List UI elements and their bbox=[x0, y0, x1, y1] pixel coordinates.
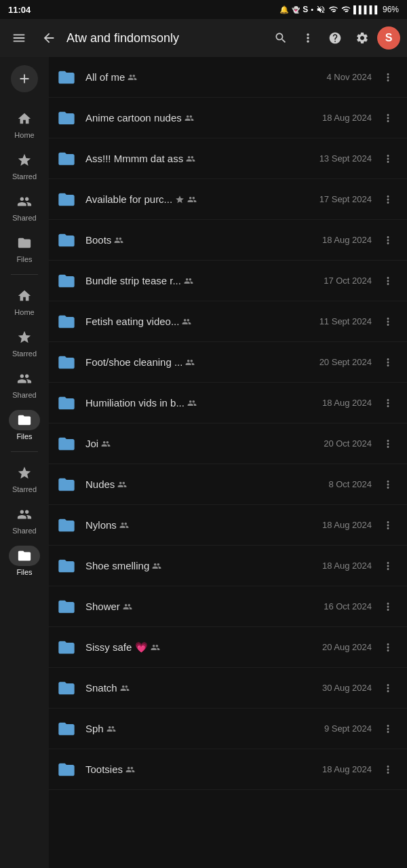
file-more-button[interactable] bbox=[377, 514, 399, 536]
file-list: All of me4 Nov 2024Anime cartoon nudes18… bbox=[49, 57, 407, 868]
file-more-button[interactable] bbox=[377, 107, 399, 129]
settings-button[interactable] bbox=[350, 26, 374, 50]
list-item[interactable]: Ass!!! Mmmm dat ass13 Sept 2024 bbox=[49, 138, 407, 179]
shared-badge-icon bbox=[106, 724, 116, 734]
sidebar-item-shared2[interactable]: Shared bbox=[0, 363, 49, 404]
file-more-button[interactable] bbox=[377, 67, 399, 88]
list-item[interactable]: Nylons18 Aug 2024 bbox=[49, 505, 407, 546]
list-item[interactable]: Fetish eating video...11 Sept 2024 bbox=[49, 301, 407, 342]
file-date: 18 Aug 2024 bbox=[304, 520, 372, 530]
list-item[interactable]: Anime cartoon nudes18 Aug 2024 bbox=[49, 98, 407, 138]
add-button[interactable] bbox=[11, 65, 38, 92]
list-item[interactable]: Nudes8 Oct 2024 bbox=[49, 464, 407, 505]
sidebar-item-files3[interactable]: Files bbox=[0, 540, 49, 582]
file-more-button[interactable] bbox=[377, 148, 399, 170]
sidebar-item-shared[interactable]: Shared bbox=[0, 186, 49, 227]
list-item[interactable]: Bundle strip tease r...17 Oct 2024 bbox=[49, 261, 407, 301]
sidebar-files2-label: Files bbox=[16, 432, 32, 440]
file-date: 4 Nov 2024 bbox=[304, 72, 372, 82]
file-name: Humiliation vids in b... bbox=[85, 397, 304, 409]
sidebar-files3-label: Files bbox=[16, 568, 32, 576]
file-more-button[interactable] bbox=[377, 270, 399, 292]
sidebar-item-shared3[interactable]: Shared bbox=[0, 499, 49, 540]
file-more-button[interactable] bbox=[377, 474, 399, 495]
file-more-button[interactable] bbox=[377, 718, 399, 740]
list-item[interactable]: Foot/shoe cleaning ...20 Sept 2024 bbox=[49, 342, 407, 383]
list-item[interactable]: Sissy safe 💗20 Aug 2024 bbox=[49, 627, 407, 668]
file-info: Boots bbox=[85, 234, 304, 246]
sidebar-item-files[interactable]: Files bbox=[0, 227, 49, 269]
file-info: Shoe smelling bbox=[85, 560, 304, 571]
folder-icon bbox=[57, 556, 76, 575]
list-item[interactable]: Tootsies18 Aug 2024 bbox=[49, 749, 407, 790]
file-more-button[interactable] bbox=[377, 637, 399, 658]
search-button[interactable] bbox=[269, 26, 293, 50]
file-more-button[interactable] bbox=[377, 677, 399, 699]
file-more-button[interactable] bbox=[377, 759, 399, 780]
signal-icon bbox=[341, 5, 351, 14]
star-badge-icon bbox=[175, 195, 185, 204]
sidebar-item-files2[interactable]: Files bbox=[0, 404, 49, 446]
list-item[interactable]: Boots18 Aug 2024 bbox=[49, 220, 407, 261]
folder-icon bbox=[57, 312, 76, 331]
list-item[interactable]: Sph9 Sept 2024 bbox=[49, 709, 407, 749]
file-name: Nudes bbox=[85, 478, 304, 490]
file-more-button[interactable] bbox=[377, 189, 399, 210]
list-item[interactable]: Humiliation vids in b...18 Aug 2024 bbox=[49, 383, 407, 423]
sidebar-divider-1 bbox=[11, 274, 38, 275]
page-title: Atw and findomsonly bbox=[66, 31, 263, 45]
sidebar-item-starred2[interactable]: Starred bbox=[0, 322, 49, 363]
file-more-button[interactable] bbox=[377, 352, 399, 373]
file-info: Snatch bbox=[85, 682, 304, 694]
file-name: Foot/shoe cleaning ... bbox=[85, 356, 304, 368]
file-date: 8 Oct 2024 bbox=[304, 479, 372, 489]
shared-badge-icon bbox=[151, 643, 160, 652]
file-more-button[interactable] bbox=[377, 555, 399, 577]
file-more-button[interactable] bbox=[377, 311, 399, 333]
sidebar-item-starred[interactable]: Starred bbox=[0, 145, 49, 186]
file-date: 18 Aug 2024 bbox=[304, 561, 372, 571]
folder-icon bbox=[57, 271, 76, 290]
shared-badge-icon bbox=[184, 276, 193, 286]
list-item[interactable]: Joi20 Oct 2024 bbox=[49, 423, 407, 464]
sidebar-item-home2[interactable]: Home bbox=[0, 280, 49, 322]
list-item[interactable]: Snatch30 Aug 2024 bbox=[49, 668, 407, 709]
file-name: Snatch bbox=[85, 682, 304, 694]
shared-badge-icon bbox=[123, 602, 132, 611]
list-item[interactable]: Shoe smelling18 Aug 2024 bbox=[49, 546, 407, 586]
shared-badge-icon bbox=[152, 561, 161, 571]
shared2-icon-wrap bbox=[9, 369, 40, 389]
sidebar-shared3-label: Shared bbox=[12, 527, 36, 535]
list-item[interactable]: Shower16 Oct 2024 bbox=[49, 586, 407, 627]
list-item[interactable]: Available for purc...17 Sept 2024 bbox=[49, 179, 407, 220]
file-more-button[interactable] bbox=[377, 392, 399, 414]
file-name: Anime cartoon nudes bbox=[85, 112, 304, 124]
files2-icon-wrap bbox=[9, 410, 40, 430]
folder-icon bbox=[57, 475, 76, 494]
file-info: Sissy safe 💗 bbox=[85, 641, 304, 654]
menu-button[interactable] bbox=[7, 26, 31, 50]
list-item[interactable]: All of me4 Nov 2024 bbox=[49, 57, 407, 98]
file-more-button[interactable] bbox=[377, 596, 399, 618]
shared-icon-wrap bbox=[9, 191, 40, 212]
user-avatar[interactable]: S bbox=[377, 26, 400, 50]
file-more-button[interactable] bbox=[377, 433, 399, 455]
file-name: All of me bbox=[85, 71, 304, 83]
sidebar-item-starred3[interactable]: Starred bbox=[0, 457, 49, 499]
file-info: Available for purc... bbox=[85, 193, 304, 205]
back-button[interactable] bbox=[37, 26, 61, 50]
folder-icon bbox=[57, 149, 76, 168]
sidebar-item-home[interactable]: Home bbox=[0, 103, 49, 145]
file-info: Tootsies bbox=[85, 763, 304, 775]
folder-icon bbox=[57, 231, 76, 250]
sidebar: Home Starred Shared bbox=[0, 57, 49, 868]
file-more-button[interactable] bbox=[377, 229, 399, 251]
files-icon-wrap bbox=[9, 233, 40, 253]
more-options-button[interactable] bbox=[296, 26, 320, 50]
starred-icon-wrap bbox=[9, 150, 40, 170]
help-button[interactable] bbox=[323, 26, 347, 50]
shared-badge-icon bbox=[187, 195, 197, 204]
folder-icon bbox=[57, 597, 76, 616]
file-info: Foot/shoe cleaning ... bbox=[85, 356, 304, 368]
shared-badge-icon bbox=[125, 765, 135, 774]
